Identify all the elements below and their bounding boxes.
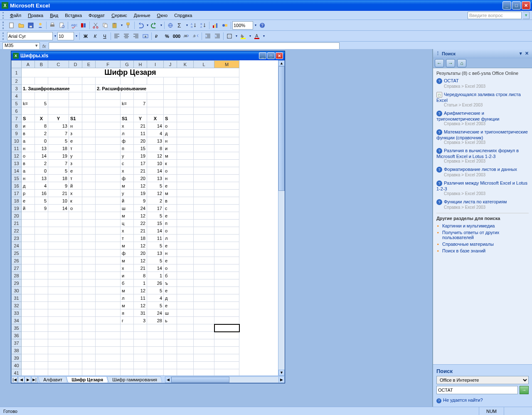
cell-C31[interactable]: [48, 294, 69, 302]
handle-icon[interactable]: ⋮: [436, 51, 440, 56]
scroll-right-icon[interactable]: ▶: [278, 377, 284, 383]
cell-A36[interactable]: [22, 332, 35, 339]
cell-E19[interactable]: [82, 205, 96, 212]
cell-F31[interactable]: [96, 294, 121, 302]
cell-M15[interactable]: [214, 175, 239, 182]
cell-K20[interactable]: [177, 212, 194, 220]
cell-D14[interactable]: е: [69, 167, 82, 175]
cell-K7[interactable]: [177, 115, 194, 122]
cell-M37[interactable]: [214, 339, 239, 347]
cell-I24[interactable]: 5: [147, 242, 164, 249]
cell-K13[interactable]: [177, 160, 194, 167]
cell-L7[interactable]: [194, 115, 214, 122]
cell-K34[interactable]: [177, 317, 194, 324]
cell-H27[interactable]: 21: [134, 264, 147, 272]
cell-J28[interactable]: б: [164, 272, 177, 279]
cell-D30[interactable]: [69, 287, 82, 294]
dropdown-icon[interactable]: ▾: [254, 23, 257, 27]
row-header-20[interactable]: 20: [12, 212, 22, 220]
cell-J18[interactable]: в: [164, 197, 177, 205]
spelling-icon[interactable]: ABC: [69, 21, 79, 30]
cell-E33[interactable]: [82, 309, 96, 317]
search-result[interactable]: □Чередующаяся заливка строк листа ExcelС…: [436, 92, 529, 107]
cell-J31[interactable]: д: [164, 294, 177, 302]
menu-file[interactable]: Файл: [7, 12, 25, 19]
cell-G28[interactable]: и: [121, 272, 134, 279]
cell-J21[interactable]: п: [164, 220, 177, 227]
toolbar-grip[interactable]: [2, 12, 5, 19]
tab-prev-icon[interactable]: ◀: [18, 376, 25, 383]
cell-E11[interactable]: [82, 145, 96, 152]
row-header-7[interactable]: 7: [12, 115, 22, 122]
cell-A19[interactable]: й: [22, 205, 35, 212]
row-header-6[interactable]: 6: [12, 107, 22, 115]
row-header-31[interactable]: 31: [12, 294, 22, 302]
cell-E34[interactable]: [82, 317, 96, 324]
cell-D40[interactable]: [69, 362, 82, 369]
cell-F11[interactable]: [96, 145, 121, 152]
cell-A25[interactable]: [22, 249, 35, 257]
col-header-D[interactable]: D: [69, 61, 82, 68]
cell-I34[interactable]: 28: [147, 317, 164, 324]
row-header-8[interactable]: 8: [12, 122, 22, 130]
row-header-29[interactable]: 29: [12, 279, 22, 287]
dropdown-icon[interactable]: ▾: [185, 23, 189, 27]
minimize-button[interactable]: _: [502, 1, 511, 10]
cell-J20[interactable]: е: [164, 212, 177, 220]
cell-B27[interactable]: [35, 264, 48, 272]
row-header-14[interactable]: 14: [12, 167, 22, 175]
cell-E39[interactable]: [82, 354, 96, 362]
cell-I11[interactable]: 8: [147, 145, 164, 152]
cell-E32[interactable]: [82, 302, 96, 309]
cell-K10[interactable]: [177, 137, 194, 145]
cell-J35[interactable]: [164, 324, 177, 332]
cell-C41[interactable]: [48, 369, 69, 376]
cell-C21[interactable]: [48, 220, 69, 227]
cell-G39[interactable]: [121, 354, 134, 362]
help-question-box[interactable]: ▾: [468, 12, 530, 19]
cell-D15[interactable]: т: [69, 175, 82, 182]
col-header-A[interactable]: A: [22, 61, 35, 68]
copy-icon[interactable]: [101, 21, 110, 30]
chart-icon[interactable]: [211, 21, 220, 30]
row-header-40[interactable]: 40: [12, 362, 22, 369]
cell-L18[interactable]: [194, 197, 214, 205]
cell-G12[interactable]: у: [121, 152, 134, 160]
increase-indent-icon[interactable]: [213, 32, 222, 41]
menu-edit[interactable]: Правка: [25, 12, 47, 19]
cell-B4[interactable]: [35, 92, 48, 100]
cell-I36[interactable]: [147, 332, 164, 339]
cell-A41[interactable]: [22, 369, 35, 376]
cell-H38[interactable]: [134, 347, 147, 354]
cell-L5[interactable]: [194, 100, 214, 107]
cell-E20[interactable]: [82, 212, 96, 220]
dropdown-icon[interactable]: ▾: [53, 34, 57, 38]
col-header-K[interactable]: K: [177, 61, 194, 68]
cell-L13[interactable]: [194, 160, 214, 167]
cell-I29[interactable]: 26: [147, 279, 164, 287]
new-icon[interactable]: [7, 21, 16, 30]
sheet-tab[interactable]: Шифр гаммирования: [107, 376, 163, 383]
cell-D33[interactable]: [69, 309, 82, 317]
cell-B36[interactable]: [35, 332, 48, 339]
cell-G30[interactable]: м: [121, 287, 134, 294]
cell-F17[interactable]: [96, 190, 121, 197]
result-title[interactable]: Различия между Microsoft Excel и Lotus 1…: [436, 180, 527, 191]
cell-I26[interactable]: 5: [147, 257, 164, 264]
cell-G26[interactable]: м: [121, 257, 134, 264]
cell-E37[interactable]: [82, 339, 96, 347]
cell-A8[interactable]: и: [22, 122, 35, 130]
col-header-H[interactable]: H: [134, 61, 147, 68]
cell-A5[interactable]: k=: [22, 100, 35, 107]
cell-E12[interactable]: [82, 152, 96, 160]
cell-A16[interactable]: д: [22, 182, 35, 190]
cell-B18[interactable]: 5: [35, 197, 48, 205]
cell-F16[interactable]: [96, 182, 121, 190]
cell-G5[interactable]: k=: [121, 100, 134, 107]
cell-L10[interactable]: [194, 137, 214, 145]
tab-last-icon[interactable]: ▶|: [31, 376, 38, 383]
cell-F13[interactable]: [96, 160, 121, 167]
cell-L20[interactable]: [194, 212, 214, 220]
cell-H4[interactable]: [134, 92, 147, 100]
cell-G40[interactable]: [121, 362, 134, 369]
